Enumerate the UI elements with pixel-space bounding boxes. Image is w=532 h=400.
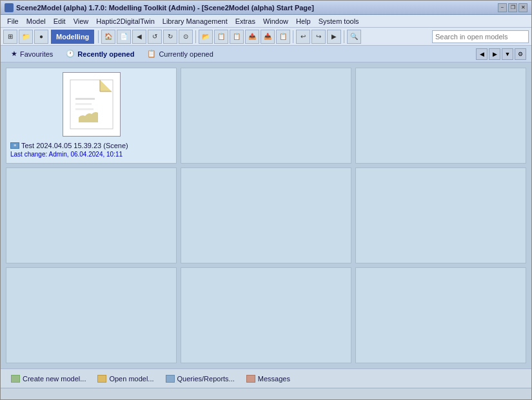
cell-date-text-0: Last change: Admin, 06.04.2024, <box>10 151 104 158</box>
svg-rect-5 <box>75 103 92 105</box>
grid-cell-3 <box>6 167 177 263</box>
toolbar-search-btn[interactable]: ⊙ <box>179 30 193 44</box>
menu-edit[interactable]: Edit <box>50 17 70 26</box>
grid-cell-4 <box>181 167 351 263</box>
grid-cell-0[interactable]: ≡ Test 2024.04.05 15.39.23 (Scene) Last … <box>6 68 177 164</box>
minimize-button[interactable]: − <box>498 3 507 12</box>
favourites-icon: ★ <box>11 50 17 58</box>
separator-2 <box>195 30 196 43</box>
menu-library[interactable]: Library Management <box>159 17 232 26</box>
cell-thumbnail-0 <box>63 72 121 137</box>
grid-cell-1 <box>181 68 351 164</box>
tab-prev-button[interactable]: ◀ <box>476 48 488 60</box>
main-content: ≡ Test 2024.04.05 15.39.23 (Scene) Last … <box>1 62 531 368</box>
restore-button[interactable]: ❐ <box>508 3 517 12</box>
toolbar-btn-2[interactable]: 📁 <box>19 30 33 44</box>
tab-dropdown-button[interactable]: ▼ <box>502 48 513 60</box>
menu-view[interactable]: View <box>70 17 93 26</box>
menu-model[interactable]: Model <box>23 17 50 26</box>
create-new-model-label: Create new model... <box>23 375 86 383</box>
toolbar-export3[interactable]: 📋 <box>276 30 290 44</box>
separator-3 <box>293 30 293 43</box>
tab-settings-button[interactable]: ⚙ <box>515 48 526 60</box>
toolbar-btn-3[interactable]: ● <box>34 30 48 44</box>
queries-reports-button[interactable]: Queries/Reports... <box>161 374 240 384</box>
toolbar-find[interactable]: 🔍 <box>347 30 361 44</box>
recent-files-grid: ≡ Test 2024.04.05 15.39.23 (Scene) Last … <box>6 68 526 363</box>
toolbar-mode-label: Modelling <box>51 30 94 44</box>
toolbar-open[interactable]: 📂 <box>199 30 213 44</box>
menu-haptic[interactable]: Haptic2DigitalTwin <box>92 17 158 26</box>
toolbar-export2[interactable]: 📥 <box>261 30 275 44</box>
tab-favourites[interactable]: ★ Favourites <box>6 48 58 60</box>
toolbar-undo[interactable]: ↩ <box>296 30 310 44</box>
toolbar-arrow[interactable]: ▶ <box>327 30 341 44</box>
open-icon <box>97 375 106 383</box>
messages-label: Messages <box>258 375 290 383</box>
svg-rect-6 <box>75 108 94 110</box>
close-button[interactable]: ✕ <box>518 3 527 12</box>
toolbar-export1[interactable]: 📤 <box>245 30 259 44</box>
search-input[interactable] <box>435 33 526 41</box>
window-controls[interactable]: − ❐ ✕ <box>498 3 527 12</box>
menu-file[interactable]: File <box>3 17 23 26</box>
toolbar-copy[interactable]: 📋 <box>214 30 228 44</box>
tab-currently-opened-label: Currently opened <box>159 50 213 58</box>
query-icon <box>166 375 175 383</box>
separator-1 <box>98 30 99 43</box>
tab-recently-opened[interactable]: 🕐 Recently opened <box>61 48 139 60</box>
toolbar-refresh2[interactable]: ↻ <box>163 30 177 44</box>
scene-icon: ≡ <box>10 142 19 149</box>
grid-cell-8 <box>355 267 526 363</box>
tab-navigation: ◀ ▶ ▼ ⚙ <box>476 48 526 60</box>
recently-opened-icon: 🕐 <box>66 50 75 58</box>
window-title: Scene2Model (alpha) 1.7.0: Modelling Too… <box>16 4 314 12</box>
tab-currently-opened[interactable]: 📋 Currently opened <box>142 48 218 60</box>
tab-next-button[interactable]: ▶ <box>489 48 500 60</box>
tab-favourites-label: Favourites <box>20 50 53 58</box>
svg-rect-4 <box>75 98 95 100</box>
open-model-label: Open model... <box>109 375 153 383</box>
search-box[interactable] <box>432 30 529 43</box>
queries-reports-label: Queries/Reports... <box>177 375 235 383</box>
thumbnail-svg-0 <box>69 79 114 130</box>
messages-icon <box>246 375 255 383</box>
menu-systemtools[interactable]: System tools <box>315 17 363 26</box>
separator-4 <box>344 30 344 43</box>
create-icon <box>11 375 20 383</box>
toolbar-home[interactable]: 🏠 <box>101 30 115 44</box>
toolbar-doc[interactable]: 📄 <box>117 30 131 44</box>
bottom-bar: Create new model... Open model... Querie… <box>1 368 531 388</box>
app-icon <box>5 3 14 12</box>
toolbar-redo[interactable]: ↪ <box>311 30 326 44</box>
toolbar-refresh1[interactable]: ↺ <box>148 30 162 44</box>
status-bar <box>1 388 531 399</box>
title-bar: Scene2Model (alpha) 1.7.0: Modelling Too… <box>1 1 531 15</box>
grid-cell-2 <box>355 68 526 164</box>
cell-time-0: 10:11 <box>104 151 123 158</box>
menu-extras[interactable]: Extras <box>232 17 259 26</box>
cell-inner-0: ≡ Test 2024.04.05 15.39.23 (Scene) Last … <box>6 68 176 163</box>
toolbar-back[interactable]: ◀ <box>132 30 146 44</box>
messages-button[interactable]: Messages <box>241 374 295 384</box>
grid-cell-7 <box>181 267 351 363</box>
tab-recently-opened-label: Recently opened <box>77 50 134 58</box>
open-model-button[interactable]: Open model... <box>92 374 159 384</box>
menu-bar: File Model Edit View Haptic2DigitalTwin … <box>1 15 531 28</box>
cell-title-0: ≡ Test 2024.04.05 15.39.23 (Scene) <box>10 142 128 149</box>
menu-window[interactable]: Window <box>259 17 292 26</box>
toolbar: ⊞ 📁 ● Modelling 🏠 📄 ◀ ↺ ↻ ⊙ 📂 📋 📋 📤 📥 📋 … <box>1 28 531 46</box>
tab-bar: ★ Favourites 🕐 Recently opened 📋 Current… <box>1 46 531 62</box>
cell-name-0: Test 2024.04.05 15.39.23 (Scene) <box>21 142 128 149</box>
currently-opened-icon: 📋 <box>147 50 156 58</box>
grid-cell-5 <box>355 167 526 263</box>
toolbar-paste[interactable]: 📋 <box>230 30 244 44</box>
create-new-model-button[interactable]: Create new model... <box>6 374 91 384</box>
cell-date-0: Last change: Admin, 06.04.2024, 10:11 <box>10 151 123 158</box>
toolbar-btn-1[interactable]: ⊞ <box>3 30 17 44</box>
menu-help[interactable]: Help <box>292 17 315 26</box>
title-bar-left: Scene2Model (alpha) 1.7.0: Modelling Too… <box>5 3 314 12</box>
grid-cell-6 <box>6 267 177 363</box>
